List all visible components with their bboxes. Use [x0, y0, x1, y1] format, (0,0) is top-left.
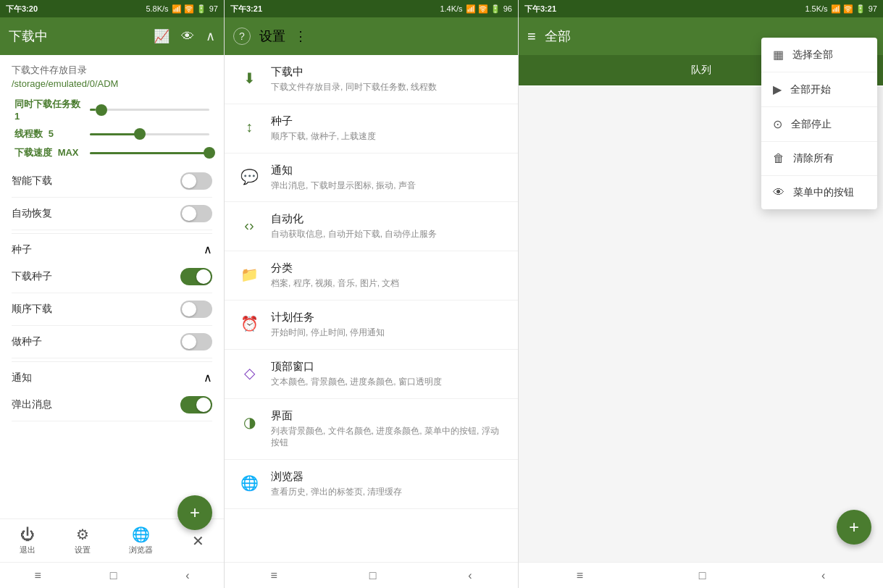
settings-desc-1: 顺序下载, 做种子, 上载速度: [271, 130, 506, 143]
settings-desc-4: 档案, 程序, 视频, 音乐, 图片, 文档: [271, 277, 506, 290]
settings-item-8[interactable]: 🌐 浏览器 查看历史, 弹出的标签页, 清理缓存: [225, 460, 518, 509]
settings-title-6: 顶部窗口: [271, 360, 506, 374]
download-seed-label: 下载种子: [12, 270, 52, 283]
sys-bar-middle: ≡ □ ‹: [225, 562, 518, 588]
dropdown-icon-0: ▦: [773, 48, 784, 62]
hamburger-icon[interactable]: ≡: [527, 28, 536, 45]
sequential-toggle[interactable]: [180, 301, 212, 318]
settings-text-5: 计划任务 开始时间, 停止时间, 停用通知: [271, 311, 506, 339]
sys-back-right[interactable]: ‹: [821, 569, 825, 582]
more-icon[interactable]: ⋮: [294, 28, 307, 44]
settings-title-8: 浏览器: [271, 470, 506, 484]
dropdown-label-4: 菜单中的按钮: [793, 186, 854, 199]
speed-row: 下载速度 MAX: [12, 146, 212, 159]
right-panel: 下午3:21 1.5K/s 📶 🛜 🔋 97 ≡ 全部 队列 ▦ 选择全部 ▶ …: [519, 0, 883, 588]
settings-icon-5: ⏰: [236, 311, 262, 337]
settings-icon-8: 🌐: [236, 470, 262, 496]
seeding-row: 做种子: [12, 326, 212, 358]
browser-icon: 🌐: [132, 526, 150, 543]
collapse-icon[interactable]: ∧: [206, 28, 215, 44]
speed-label: 下载速度 MAX: [12, 146, 84, 159]
sys-home-right[interactable]: □: [699, 569, 706, 582]
dropdown-item-2[interactable]: ⊙ 全部停止: [761, 107, 877, 142]
close-nav-icon: ✕: [192, 532, 204, 550]
sys-home-left[interactable]: □: [110, 569, 117, 582]
download-dir-label: 下载文件存放目录: [12, 64, 212, 77]
popup-toggle[interactable]: [180, 396, 212, 413]
dropdown-item-0[interactable]: ▦ 选择全部: [761, 38, 877, 72]
settings-icon-0: ⬇: [236, 65, 262, 91]
auto-restore-toggle[interactable]: [180, 205, 212, 222]
settings-title-3: 自动化: [271, 212, 506, 226]
dropdown-item-3[interactable]: 🗑 清除所有: [761, 142, 877, 176]
settings-item-2[interactable]: 💬 通知 弹出消息, 下载时显示图标, 振动, 声音: [225, 154, 518, 203]
sys-back-left[interactable]: ‹: [185, 569, 189, 582]
smart-download-label: 智能下载: [12, 175, 52, 188]
left-header: 下载中 📈 👁 ∧: [0, 17, 224, 55]
dropdown-label-1: 全部开始: [790, 83, 831, 96]
settings-item-6[interactable]: ◇ 顶部窗口 文本颜色, 背景颜色, 进度条颜色, 窗口透明度: [225, 350, 518, 399]
settings-icon-6: ◇: [236, 360, 262, 386]
seed-collapse-icon[interactable]: ∧: [204, 243, 212, 256]
eye-icon[interactable]: 👁: [181, 29, 194, 44]
nav-settings[interactable]: ⚙ 设置: [63, 523, 102, 558]
download-dir-section: 下载文件存放目录 /storage/emulated/0/ADM: [12, 64, 212, 89]
middle-panel: 下午3:21 1.4K/s 📶 🛜 🔋 96 ? 设置 ⋮ ⬇ 下载中 下载文件…: [225, 0, 519, 588]
status-bar-middle: 下午3:21 1.4K/s 📶 🛜 🔋 96: [225, 0, 518, 17]
chart-icon[interactable]: 📈: [154, 28, 170, 44]
thread-slider[interactable]: [90, 133, 209, 135]
settings-text-4: 分类 档案, 程序, 视频, 音乐, 图片, 文档: [271, 261, 506, 290]
concurrent-row: 同时下载任务数 1: [12, 98, 212, 122]
popup-row: 弹出消息: [12, 389, 212, 421]
settings-text-8: 浏览器 查看历史, 弹出的标签页, 清理缓存: [271, 470, 506, 498]
smart-download-toggle[interactable]: [180, 172, 212, 190]
dropdown-item-4[interactable]: 👁 菜单中的按钮: [761, 176, 877, 209]
nav-close[interactable]: ✕: [180, 529, 216, 553]
sys-menu-left[interactable]: ≡: [34, 569, 41, 582]
sys-bar-right: ≡ □ ‹: [519, 562, 883, 588]
sequential-label: 顺序下载: [12, 303, 52, 316]
settings-item-1[interactable]: ↕ 种子 顺序下载, 做种子, 上载速度: [225, 104, 518, 154]
concurrent-slider[interactable]: [90, 109, 209, 111]
left-header-title: 下载中: [9, 28, 48, 45]
download-seed-toggle[interactable]: [180, 268, 212, 285]
sequential-row: 顺序下载: [12, 293, 212, 326]
seeding-toggle[interactable]: [180, 333, 212, 350]
settings-item-4[interactable]: 📁 分类 档案, 程序, 视频, 音乐, 图片, 文档: [225, 251, 518, 301]
settings-title-0: 下载中: [271, 65, 506, 79]
settings-item-0[interactable]: ⬇ 下载中 下载文件存放目录, 同时下载任务数, 线程数: [225, 55, 518, 104]
thread-row: 线程数 5: [12, 127, 212, 140]
settings-item-5[interactable]: ⏰ 计划任务 开始时间, 停止时间, 停用通知: [225, 301, 518, 350]
dropdown-item-1[interactable]: ▶ 全部开始: [761, 72, 877, 107]
nav-exit[interactable]: ⏻ 退出: [8, 524, 47, 558]
sys-back-middle[interactable]: ‹: [468, 569, 472, 582]
sys-home-middle[interactable]: □: [369, 569, 377, 582]
sys-menu-right[interactable]: ≡: [577, 569, 583, 582]
left-panel-body: 下载文件存放目录 /storage/emulated/0/ADM 同时下载任务数…: [0, 55, 224, 588]
sys-menu-middle[interactable]: ≡: [270, 569, 277, 582]
settings-title-7: 界面: [271, 409, 506, 423]
auto-restore-row: 自动恢复: [12, 198, 212, 230]
notify-section-header: 通知 ∧: [12, 361, 212, 389]
settings-item-3[interactable]: ‹› 自动化 自动获取信息, 自动开始下载, 自动停止服务: [225, 202, 518, 251]
download-dir-value[interactable]: /storage/emulated/0/ADM: [12, 78, 212, 89]
settings-text-7: 界面 列表背景颜色, 文件名颜色, 进度条颜色, 菜单中的按钮, 浮动按钮: [271, 409, 506, 450]
speed-slider[interactable]: [90, 152, 209, 154]
notify-collapse-icon[interactable]: ∧: [204, 371, 212, 385]
status-icons-left: 5.8K/s 📶 🛜 🔋 97: [146, 4, 218, 14]
dropdown-icon-1: ▶: [773, 83, 782, 96]
fab-right[interactable]: +: [837, 510, 871, 545]
settings-item-7[interactable]: ◑ 界面 列表背景颜色, 文件名颜色, 进度条颜色, 菜单中的按钮, 浮动按钮: [225, 399, 518, 461]
browser-label: 浏览器: [129, 545, 153, 555]
settings-desc-0: 下载文件存放目录, 同时下载任务数, 线程数: [271, 81, 506, 93]
left-header-icons: 📈 👁 ∧: [154, 28, 215, 44]
concurrent-label: 同时下载任务数 1: [12, 98, 84, 122]
help-icon[interactable]: ?: [233, 28, 251, 45]
thread-label: 线程数 5: [12, 127, 84, 140]
fab-left[interactable]: +: [177, 495, 212, 530]
settings-nav-label: 设置: [75, 545, 91, 555]
nav-browser[interactable]: 🌐 浏览器: [117, 523, 164, 558]
auto-restore-label: 自动恢复: [12, 207, 52, 220]
seeding-label: 做种子: [12, 335, 42, 348]
status-icons-right: 1.5K/s 📶 🛜 🔋 97: [805, 4, 877, 14]
